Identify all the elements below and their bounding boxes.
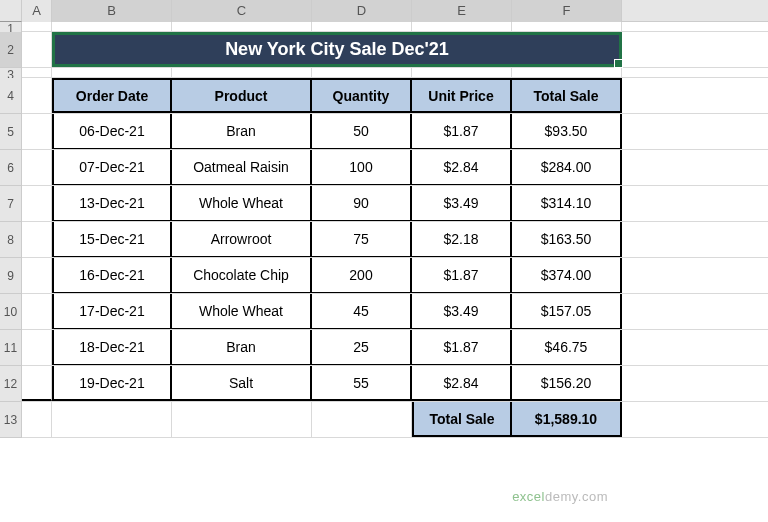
row-header-9[interactable]: 9 [0, 258, 22, 294]
cell-price[interactable]: $2.84 [412, 366, 512, 401]
col-header-B[interactable]: B [52, 0, 172, 22]
cell-product[interactable]: Bran [172, 330, 312, 365]
cell-qty[interactable]: 45 [312, 294, 412, 329]
cell-product[interactable]: Bran [172, 114, 312, 149]
watermark-brand2: demy [545, 489, 578, 504]
col-header-C[interactable]: C [172, 0, 312, 22]
total-value-cell[interactable]: $1,589.10 [512, 402, 622, 437]
row-header-6[interactable]: 6 [0, 150, 22, 186]
watermark: exceldemy.com [512, 489, 608, 504]
title-cell[interactable]: New York City Sale Dec'21 [52, 32, 622, 67]
cell-total[interactable]: $157.05 [512, 294, 622, 329]
cell-date[interactable]: 13-Dec-21 [52, 186, 172, 221]
cell-price[interactable]: $3.49 [412, 186, 512, 221]
cell-total[interactable]: $163.50 [512, 222, 622, 257]
row-header-13[interactable]: 13 [0, 402, 22, 438]
cell-price[interactable]: $2.84 [412, 150, 512, 185]
total-label-cell[interactable]: Total Sale [412, 402, 512, 437]
row-header-5[interactable]: 5 [0, 114, 22, 150]
row-header-8[interactable]: 8 [0, 222, 22, 258]
cell-qty[interactable]: 90 [312, 186, 412, 221]
cell-date[interactable]: 18-Dec-21 [52, 330, 172, 365]
header-total-sale[interactable]: Total Sale [512, 78, 622, 113]
cell-product[interactable]: Salt [172, 366, 312, 401]
cell-total[interactable]: $93.50 [512, 114, 622, 149]
cell-total[interactable]: $156.20 [512, 366, 622, 401]
cell-price[interactable]: $1.87 [412, 114, 512, 149]
row-header-11[interactable]: 11 [0, 330, 22, 366]
header-unit-price[interactable]: Unit Price [412, 78, 512, 113]
cell-total[interactable]: $314.10 [512, 186, 622, 221]
row-header-4[interactable]: 4 [0, 78, 22, 114]
cell-product[interactable]: Whole Wheat [172, 186, 312, 221]
column-header-row: A B C D E F [0, 0, 768, 22]
cell-date[interactable]: 17-Dec-21 [52, 294, 172, 329]
cell-qty[interactable]: 100 [312, 150, 412, 185]
header-product[interactable]: Product [172, 78, 312, 113]
cell-qty[interactable]: 55 [312, 366, 412, 401]
header-order-date[interactable]: Order Date [52, 78, 172, 113]
cell-total[interactable]: $284.00 [512, 150, 622, 185]
header-quantity[interactable]: Quantity [312, 78, 412, 113]
select-all-corner[interactable] [0, 0, 22, 22]
cell-date[interactable]: 07-Dec-21 [52, 150, 172, 185]
cell-date[interactable]: 15-Dec-21 [52, 222, 172, 257]
cell-price[interactable]: $1.87 [412, 258, 512, 293]
cell-product[interactable]: Whole Wheat [172, 294, 312, 329]
watermark-suffix: .com [578, 489, 608, 504]
cell-total[interactable]: $374.00 [512, 258, 622, 293]
spreadsheet: A B C D E F 1 2 New York City Sale Dec'2… [0, 0, 768, 522]
row-header-10[interactable]: 10 [0, 294, 22, 330]
cell-price[interactable]: $2.18 [412, 222, 512, 257]
cell-total[interactable]: $46.75 [512, 330, 622, 365]
cell-product[interactable]: Oatmeal Raisin [172, 150, 312, 185]
cell-qty[interactable]: 75 [312, 222, 412, 257]
cell-price[interactable]: $1.87 [412, 330, 512, 365]
watermark-brand1: excel [512, 489, 545, 504]
row-header-12[interactable]: 12 [0, 366, 22, 402]
cell-date[interactable]: 06-Dec-21 [52, 114, 172, 149]
cell-date[interactable]: 16-Dec-21 [52, 258, 172, 293]
row-header-2[interactable]: 2 [0, 32, 22, 68]
col-header-D[interactable]: D [312, 0, 412, 22]
cell-qty[interactable]: 50 [312, 114, 412, 149]
row-header-7[interactable]: 7 [0, 186, 22, 222]
cell-product[interactable]: Chocolate Chip [172, 258, 312, 293]
cell-date[interactable]: 19-Dec-21 [52, 366, 172, 401]
col-header-E[interactable]: E [412, 0, 512, 22]
col-header-A[interactable]: A [22, 0, 52, 22]
cell-qty[interactable]: 25 [312, 330, 412, 365]
col-header-F[interactable]: F [512, 0, 622, 22]
cell-price[interactable]: $3.49 [412, 294, 512, 329]
cell-product[interactable]: Arrowroot [172, 222, 312, 257]
cell-qty[interactable]: 200 [312, 258, 412, 293]
